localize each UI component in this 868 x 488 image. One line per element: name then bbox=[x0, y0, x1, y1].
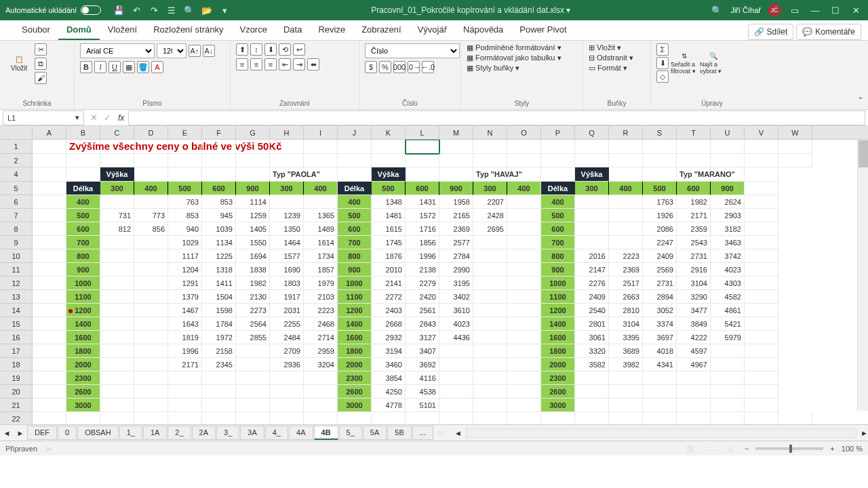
cell[interactable] bbox=[100, 236, 134, 249]
cell[interactable] bbox=[33, 154, 66, 167]
cell[interactable]: 3463 bbox=[711, 236, 745, 249]
cell[interactable] bbox=[439, 385, 473, 399]
cell[interactable] bbox=[304, 399, 338, 412]
cell[interactable] bbox=[643, 412, 677, 424]
cell[interactable] bbox=[643, 385, 677, 399]
cell[interactable]: 2000 bbox=[541, 358, 575, 371]
cell[interactable] bbox=[473, 277, 507, 290]
cell[interactable] bbox=[507, 263, 541, 277]
sheet-tab[interactable]: 4B bbox=[314, 426, 338, 440]
cell[interactable] bbox=[643, 154, 677, 167]
cell[interactable] bbox=[100, 154, 134, 167]
cell[interactable]: 1504 bbox=[202, 290, 236, 304]
grow-font-icon[interactable]: A↑ bbox=[189, 45, 201, 57]
cell[interactable]: 2932 bbox=[372, 331, 406, 344]
cell[interactable] bbox=[134, 154, 168, 167]
cell[interactable] bbox=[202, 371, 236, 385]
cell[interactable] bbox=[439, 399, 473, 412]
cell[interactable] bbox=[677, 385, 711, 399]
cell[interactable]: Výška bbox=[100, 167, 134, 182]
cell[interactable]: 2300 bbox=[66, 371, 100, 385]
cell[interactable]: Typ "MARANO" bbox=[677, 167, 711, 182]
cell[interactable]: 2409 bbox=[575, 290, 609, 304]
cell[interactable] bbox=[643, 167, 677, 182]
col-header[interactable]: A bbox=[33, 126, 66, 139]
cell[interactable] bbox=[745, 290, 778, 304]
cell[interactable] bbox=[745, 399, 778, 412]
undo-icon[interactable]: ↶ bbox=[130, 3, 143, 17]
cell[interactable] bbox=[66, 412, 100, 424]
col-header[interactable]: H bbox=[270, 126, 304, 139]
cell[interactable]: 2165 bbox=[439, 209, 473, 222]
cell[interactable] bbox=[609, 154, 643, 167]
row-header[interactable]: 1 bbox=[0, 140, 33, 154]
cell[interactable] bbox=[270, 195, 304, 209]
cell[interactable]: 2709 bbox=[270, 344, 304, 358]
cell[interactable]: 2540 bbox=[575, 304, 609, 317]
menu-revize[interactable]: Revize bbox=[310, 20, 353, 40]
cell[interactable] bbox=[507, 358, 541, 371]
cell[interactable]: 2369 bbox=[609, 263, 643, 277]
cell[interactable]: 3000 bbox=[338, 399, 372, 412]
cell[interactable] bbox=[134, 385, 168, 399]
cell[interactable]: 1318 bbox=[202, 263, 236, 277]
cell[interactable] bbox=[33, 331, 66, 344]
cell[interactable]: 1000 bbox=[541, 277, 575, 290]
row-header[interactable]: 9 bbox=[0, 236, 33, 249]
cell[interactable] bbox=[609, 412, 643, 424]
cell[interactable]: 1114 bbox=[236, 195, 270, 209]
cell[interactable] bbox=[66, 154, 100, 167]
cell[interactable]: 300 bbox=[473, 182, 507, 195]
cell[interactable] bbox=[100, 412, 134, 424]
number-format-select[interactable]: Číslo bbox=[365, 43, 460, 58]
cell[interactable]: 1996 bbox=[406, 249, 439, 263]
cell[interactable]: 3849 bbox=[677, 317, 711, 331]
cell[interactable] bbox=[33, 412, 66, 424]
cell[interactable]: 1405 bbox=[236, 222, 270, 236]
menu-data[interactable]: Data bbox=[275, 20, 310, 40]
cell[interactable]: 1100 bbox=[66, 290, 100, 304]
cell[interactable]: 3204 bbox=[304, 358, 338, 371]
cell[interactable] bbox=[473, 154, 507, 167]
italic-button[interactable]: I bbox=[94, 61, 106, 73]
cell[interactable]: 4023 bbox=[711, 263, 745, 277]
row-header[interactable]: 18 bbox=[0, 358, 33, 371]
cell[interactable] bbox=[33, 399, 66, 412]
cell[interactable] bbox=[100, 399, 134, 412]
align-left-icon[interactable]: ≡ bbox=[236, 58, 248, 70]
cell[interactable] bbox=[575, 412, 609, 424]
cell[interactable] bbox=[745, 358, 778, 371]
sheet-tab[interactable]: 4A bbox=[289, 426, 313, 440]
col-header[interactable]: F bbox=[202, 126, 236, 139]
cell[interactable] bbox=[100, 331, 134, 344]
cell[interactable] bbox=[643, 140, 677, 154]
cell[interactable]: 1200 bbox=[66, 304, 100, 317]
cell[interactable]: 500 bbox=[372, 182, 406, 195]
row-header[interactable]: 21 bbox=[0, 399, 33, 412]
cell[interactable]: 1614 bbox=[304, 236, 338, 249]
ribbon-opts-icon[interactable]: ▭ bbox=[788, 3, 802, 17]
cell[interactable] bbox=[609, 399, 643, 412]
cell[interactable] bbox=[575, 195, 609, 209]
cell[interactable]: 812 bbox=[100, 222, 134, 236]
col-header[interactable]: K bbox=[372, 126, 406, 139]
select-all-corner[interactable] bbox=[0, 126, 33, 139]
cell[interactable] bbox=[168, 167, 202, 182]
cell[interactable]: 3127 bbox=[406, 331, 439, 344]
cell[interactable] bbox=[507, 331, 541, 344]
cell[interactable] bbox=[372, 140, 406, 154]
cell[interactable]: 500 bbox=[66, 209, 100, 222]
cell[interactable] bbox=[304, 154, 338, 167]
cell[interactable]: Výška bbox=[575, 167, 609, 182]
cell[interactable] bbox=[100, 317, 134, 331]
menu-nápověda[interactable]: Nápověda bbox=[455, 20, 511, 40]
cell[interactable] bbox=[406, 412, 439, 424]
cell[interactable]: 1803 bbox=[270, 277, 304, 290]
cell[interactable]: 2695 bbox=[473, 222, 507, 236]
cell[interactable]: 1598 bbox=[202, 304, 236, 317]
comma-icon[interactable]: 000 bbox=[393, 61, 406, 73]
cell[interactable]: 1615 bbox=[372, 222, 406, 236]
cell[interactable] bbox=[575, 154, 609, 167]
cell[interactable]: Délka bbox=[66, 182, 100, 195]
cell[interactable] bbox=[575, 222, 609, 236]
